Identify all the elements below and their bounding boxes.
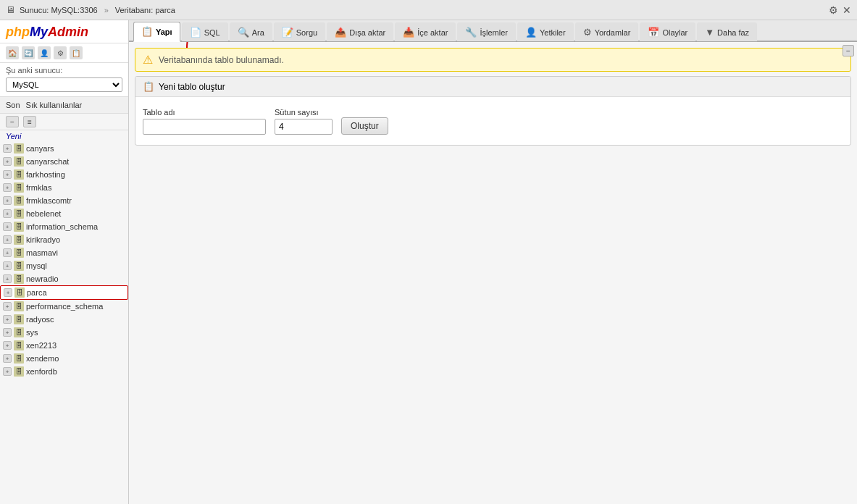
tab-ara[interactable]: 🔍Ara — [230, 22, 272, 41]
tab-label-ara: Ara — [252, 28, 264, 37]
collapse-content-btn[interactable]: − — [843, 45, 854, 56]
settings-icon[interactable]: ⚙ — [829, 4, 838, 16]
column-count-input[interactable] — [275, 119, 333, 135]
sidebar-db-newradio[interactable]: +🗄newradio — [0, 272, 128, 285]
expand-icon: + — [3, 157, 12, 166]
sorgu-icon: 📝 — [282, 27, 293, 38]
window-controls: ⚙ ✕ — [829, 4, 851, 16]
tab-label-olaylar: Olaylar — [662, 28, 687, 37]
content-area: 📋Yapı📄SQL🔍Ara📝Sorgu📤Dışa aktar📥İçe aktar… — [129, 20, 857, 504]
db-icon: 🗄 — [14, 222, 24, 232]
sidebar-db-kirikradyo[interactable]: +🗄kirikradyo — [0, 233, 128, 246]
user-icon[interactable]: 👤 — [38, 46, 51, 59]
db-label: mysql — [26, 261, 47, 270]
db-label: xenfordb — [26, 367, 57, 376]
nav-buttons: Son Sık kullanılanlar — [0, 97, 128, 114]
sidebar-db-radyosc[interactable]: +🗄radyosc — [0, 313, 128, 326]
sidebar-db-sys[interactable]: +🗄sys — [0, 326, 128, 339]
db-label: hebelenet — [26, 209, 61, 218]
sidebar-db-xen2213[interactable]: +🗄xen2213 — [0, 339, 128, 352]
db-icon: 🗄 — [14, 327, 24, 337]
tab-label-sql: SQL — [204, 28, 220, 37]
tab-ice-aktar[interactable]: 📥İçe aktar — [395, 22, 456, 41]
settings2-icon[interactable]: ⚙ — [54, 46, 67, 59]
sidebar-db-xendemo[interactable]: +🗄xendemo — [0, 352, 128, 365]
sidebar-db-parca[interactable]: +🗄parca — [0, 285, 128, 300]
sidebar-db-masmavi[interactable]: +🗄masmavi — [0, 246, 128, 259]
refresh-icon[interactable]: 🔄 — [22, 46, 35, 59]
db-label: information_schema — [26, 222, 98, 231]
expand-icon: + — [3, 248, 12, 257]
sidebar: phpMyAdmin 🏠 🔄 👤 ⚙ 📋 Şu anki sunucu: MyS… — [0, 20, 129, 504]
expand-icon: + — [3, 261, 12, 270]
expand-icon: + — [3, 367, 12, 376]
ara-icon: 🔍 — [238, 27, 249, 38]
tab-label-islemler: İşlemler — [480, 28, 508, 37]
db-label: xendemo — [26, 354, 59, 363]
sidebar-db-performance_schema[interactable]: +🗄performance_schema — [0, 300, 128, 313]
expand-icon: + — [3, 315, 12, 324]
sidebar-db-canyarschat[interactable]: +🗄canyarschat — [0, 155, 128, 168]
sidebar-db-frmklascomtr[interactable]: +🗄frmklascomtr — [0, 194, 128, 207]
close-icon[interactable]: ✕ — [843, 4, 851, 16]
create-table-button[interactable]: Oluştur — [341, 117, 388, 135]
db-icon: 🗄 — [14, 196, 24, 206]
yordamlar-icon: ⚙ — [583, 27, 592, 38]
sidebar-db-mysql[interactable]: +🗄mysql — [0, 259, 128, 272]
db-label: farkhosting — [26, 170, 65, 179]
logo-admin: Admin — [48, 25, 88, 39]
expand-icon: + — [3, 196, 12, 205]
tab-islemler[interactable]: 🔧İşlemler — [457, 22, 516, 41]
new-table-section: 📋 Yeni tablo oluştur Tablo adı Sütun say… — [135, 76, 851, 146]
table-name-input[interactable] — [143, 119, 266, 135]
server-select-wrap: MySQL — [0, 76, 128, 97]
db-icon: 🗄 — [14, 314, 24, 324]
tab-disa-aktar[interactable]: 📤Dışa aktar — [327, 22, 393, 41]
db-icon: 🗄 — [14, 182, 24, 193]
log-icon[interactable]: 📋 — [70, 46, 83, 59]
db-icon: 🗄 — [14, 248, 24, 258]
tab-label-daha-faz: Daha faz — [717, 28, 749, 37]
yetkiler-icon: 👤 — [525, 27, 537, 38]
breadcrumb-server: Sunucu: MySQL:3306 — [20, 6, 98, 14]
tab-label-yordamlar: Yordamlar — [595, 28, 631, 37]
expand-icon: + — [4, 288, 12, 297]
home-icon[interactable]: 🏠 — [6, 46, 19, 59]
sql-icon: 📄 — [190, 27, 201, 38]
tab-yetkiler[interactable]: 👤Yetkiler — [517, 22, 574, 41]
new-table-header-label: Yeni tablo oluştur — [159, 82, 225, 92]
expand-all-btn[interactable]: ≡ — [23, 116, 36, 127]
tab-yordamlar[interactable]: ⚙Yordamlar — [575, 22, 639, 41]
logo-my: My — [30, 25, 48, 39]
tab-sql[interactable]: 📄SQL — [182, 22, 228, 41]
nav-sik[interactable]: Sık kullanılanlar — [26, 101, 83, 109]
sidebar-db-frmklas[interactable]: +🗄frmklas — [0, 181, 128, 194]
collapse-all-btn[interactable]: − — [6, 116, 19, 127]
tab-sorgu[interactable]: 📝Sorgu — [274, 22, 325, 41]
tab-yapi[interactable]: 📋Yapı — [133, 22, 180, 42]
tab-daha-faz[interactable]: ▼Daha faz — [697, 22, 757, 41]
db-icon: 🗄 — [14, 235, 24, 245]
sidebar-db-information_schema[interactable]: +🗄information_schema — [0, 220, 128, 233]
sidebar-db-hebelenet[interactable]: +🗄hebelenet — [0, 207, 128, 220]
top-bar: 🖥 Sunucu: MySQL:3306 » Veritabanı: parca… — [0, 0, 857, 20]
server-select[interactable]: MySQL — [6, 77, 122, 92]
nav-son[interactable]: Son — [6, 101, 20, 109]
expand-icon: + — [3, 209, 12, 218]
breadcrumb-db: Veritabanı: parca — [115, 6, 175, 14]
sidebar-db-Yeni[interactable]: Yeni — [0, 130, 128, 142]
db-icon: 🗄 — [14, 261, 24, 271]
expand-icon: + — [3, 183, 12, 192]
content-scroll: ⚠ Veritabanında tablo bulunamadı. 📋 — [129, 42, 857, 504]
sidebar-db-canyars[interactable]: +🗄canyars — [0, 142, 128, 155]
db-icon: 🗄 — [14, 340, 24, 350]
tab-label-sorgu: Sorgu — [296, 28, 317, 37]
db-label: frmklas — [26, 183, 51, 192]
tab-label-disa-aktar: Dışa aktar — [349, 28, 385, 37]
db-label: performance_schema — [26, 302, 103, 311]
sidebar-db-xenfordb[interactable]: +🗄xenfordb — [0, 365, 128, 378]
tab-olaylar[interactable]: 📅Olaylar — [640, 22, 695, 41]
sidebar-db-farkhosting[interactable]: +🗄farkhosting — [0, 168, 128, 181]
warning-icon: ⚠ — [143, 53, 153, 67]
yapi-icon: 📋 — [141, 26, 153, 37]
